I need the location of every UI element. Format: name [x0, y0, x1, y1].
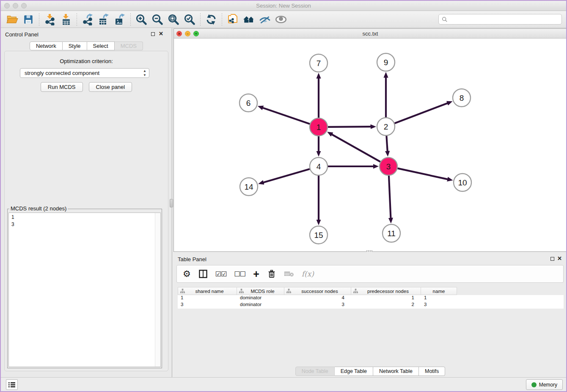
import-table-button[interactable]	[59, 13, 73, 26]
table-row[interactable]: 1dominator411	[178, 295, 564, 302]
table-cell[interactable]: 3	[421, 302, 457, 309]
main-toolbar	[1, 11, 566, 28]
graph-edge-1-6[interactable]	[262, 108, 310, 124]
graph-node-label: 7	[317, 59, 321, 68]
graph-edge-3-11[interactable]	[389, 176, 391, 218]
table-cell[interactable]: dominator	[237, 302, 284, 309]
show-graphics-details-button[interactable]	[274, 13, 288, 26]
graph-edge-2-8[interactable]	[395, 103, 448, 123]
memory-button[interactable]: Memory	[526, 379, 563, 390]
mcds-panel: Optimization criterion: strongly connect…	[4, 51, 168, 371]
tab-select[interactable]: Select	[87, 41, 115, 50]
close-panel-icon[interactable]: ✕	[159, 30, 163, 37]
columns-icon[interactable]	[198, 268, 208, 280]
task-history-button[interactable]	[6, 379, 18, 390]
table-cell[interactable]: 4	[284, 295, 351, 302]
network-graph[interactable]: 7968124314101511	[174, 39, 567, 251]
network-file-icon	[227, 14, 239, 25]
mcds-result-list[interactable]: 13	[8, 213, 161, 367]
table-settings-icon[interactable]: ⚙	[183, 268, 191, 280]
select-all-columns-icon[interactable]: ☑☑	[215, 268, 227, 280]
run-mcds-button[interactable]: Run MCDS	[41, 82, 83, 92]
graph-edge-3-1[interactable]	[331, 134, 380, 162]
toolbar-separator	[222, 13, 222, 26]
table-panel: Table Panel ✕ ⚙ ☑☑ ☐☐ +	[173, 253, 567, 378]
tab-mcds[interactable]: MCDS	[115, 41, 143, 50]
unselect-all-columns-icon[interactable]: ☐☐	[234, 268, 246, 280]
memory-label: Memory	[539, 382, 557, 388]
float-panel-icon[interactable]	[151, 32, 155, 36]
apply-layout-button[interactable]	[204, 13, 218, 26]
home-button[interactable]	[242, 13, 256, 26]
graph-node-label: 4	[317, 162, 321, 171]
table-cell[interactable]: dominator	[237, 295, 284, 302]
tab-edge-table[interactable]: Edge Table	[335, 367, 373, 376]
zoom-out-button[interactable]	[151, 13, 164, 26]
delete-table-icon[interactable]	[284, 268, 294, 280]
delete-row-icon[interactable]	[267, 268, 276, 280]
close-table-panel-icon[interactable]: ✕	[557, 255, 562, 262]
open-folder-icon	[6, 14, 18, 25]
column-header-predecessor-nodes[interactable]: predecessor nodes	[351, 287, 421, 295]
open-session-button[interactable]	[6, 13, 19, 26]
save-session-button[interactable]	[22, 13, 35, 26]
tab-network[interactable]: Network	[30, 41, 63, 50]
table-row[interactable]: 3dominator323	[178, 302, 564, 309]
export-table-button[interactable]	[97, 13, 110, 26]
close-panel-button[interactable]: Close panel	[89, 82, 132, 92]
graph-edge-4-14[interactable]	[263, 169, 310, 182]
graph-edge-2-3[interactable]	[386, 136, 387, 152]
network-window-titlebar[interactable]: ✕ − + scc.txt	[174, 29, 567, 39]
search-field[interactable]	[438, 14, 562, 25]
column-header-successor-nodes[interactable]: successor nodes	[284, 287, 351, 295]
export-table-icon	[98, 14, 110, 25]
tab-node-table[interactable]: Node Table	[295, 367, 335, 376]
column-header-mcds-role[interactable]: MCDS role	[237, 287, 284, 295]
graph-node-label: 14	[244, 182, 253, 191]
criterion-dropdown[interactable]: strongly connected component ▲▼	[20, 68, 149, 78]
graph-node-label: 15	[314, 231, 323, 240]
network-canvas[interactable]: 7968124314101511	[174, 39, 567, 251]
table-cell[interactable]: 1	[421, 295, 457, 302]
tab-network-table[interactable]: Network Table	[373, 367, 419, 376]
graph-node-label: 11	[387, 229, 396, 238]
table-cell[interactable]: 3	[284, 302, 351, 309]
hide-graphics-details-button[interactable]	[258, 13, 272, 26]
zoom-in-button[interactable]	[135, 13, 148, 26]
graph-edge-3-10[interactable]	[397, 168, 448, 179]
toolbar-separator	[39, 13, 39, 26]
table-cell[interactable]: 3	[178, 302, 237, 309]
export-network-button[interactable]	[81, 13, 94, 26]
zoom-selected-button[interactable]	[183, 13, 196, 26]
horizontal-splitter-grip[interactable]	[366, 250, 372, 252]
status-bar: Memory	[1, 377, 566, 391]
tab-motifs[interactable]: Motifs	[419, 367, 445, 376]
columns-glyph	[198, 269, 208, 279]
graph-node-label: 6	[246, 99, 251, 108]
add-row-icon[interactable]: +	[253, 268, 259, 280]
import-network-button[interactable]	[43, 13, 57, 26]
function-builder-icon[interactable]: f(x)	[302, 268, 314, 280]
graph-edge-1-2[interactable]	[328, 127, 371, 127]
table-cell[interactable]: 1	[351, 295, 421, 302]
tab-style[interactable]: Style	[63, 41, 87, 50]
zoom-out-icon	[151, 13, 164, 26]
zoom-fit-icon	[167, 13, 180, 26]
network-file-button[interactable]	[226, 13, 239, 26]
mcds-result-line: 1	[11, 214, 160, 221]
toolbar-separator	[200, 13, 201, 26]
column-header-shared-name[interactable]: shared name	[178, 287, 237, 295]
table-cell[interactable]: 1	[178, 295, 237, 302]
search-input[interactable]	[448, 17, 561, 22]
column-header-name[interactable]: name	[421, 287, 457, 295]
float-table-panel-icon[interactable]	[550, 257, 554, 261]
export-image-button[interactable]	[113, 13, 127, 26]
optimization-criterion-label: Optimization criterion:	[5, 58, 168, 64]
panel-splitter-grip[interactable]	[170, 199, 173, 207]
mcds-result-box: MCDS result (2 nodes) 13	[7, 209, 162, 368]
scrollbar-track[interactable]	[155, 213, 160, 367]
window-title: Session: New Session	[1, 3, 566, 9]
table-cell[interactable]: 2	[351, 302, 421, 309]
zoom-fit-button[interactable]	[167, 13, 180, 26]
home-icon	[242, 13, 255, 26]
